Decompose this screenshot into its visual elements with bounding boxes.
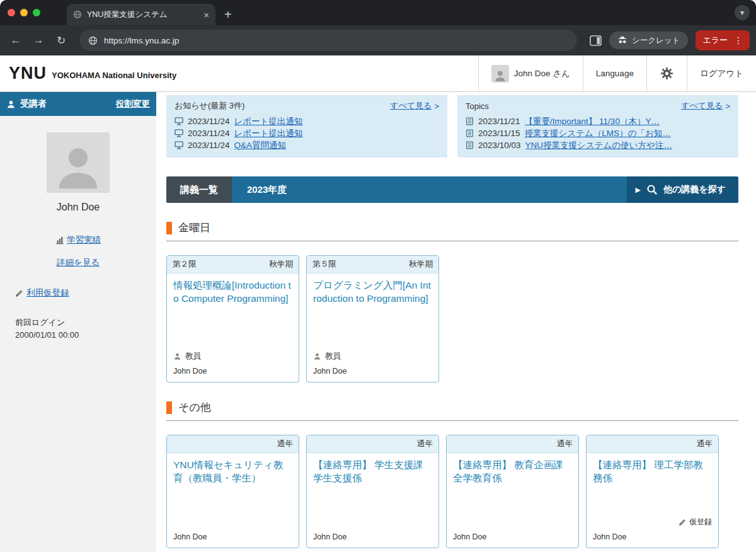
- gear-icon: [660, 66, 674, 81]
- tab-strip: YNU授業支援システム × + ▾: [0, 0, 756, 25]
- section-title: その他: [178, 400, 211, 415]
- forward-button[interactable]: →: [29, 31, 48, 50]
- side-panel-button[interactable]: [586, 35, 605, 46]
- notice-link[interactable]: レポート提出通知: [234, 116, 303, 127]
- logout-button[interactable]: ログアウト: [687, 55, 756, 91]
- language-button[interactable]: Language: [583, 55, 646, 91]
- term-label: 通年: [697, 439, 713, 449]
- monitor-icon: [175, 129, 183, 137]
- bar-chart-icon: [55, 236, 64, 244]
- last-login: 前回ログイン 2000/01/01 00:00: [0, 300, 156, 341]
- tab-close-icon[interactable]: ×: [203, 9, 209, 20]
- course-card: 通年 【連絡専用】 学生支援課学生支援係 John Doe: [306, 435, 439, 548]
- topic-item: 2023/10/03 YNU授業支援システムの使い方や注…: [466, 139, 730, 151]
- teacher-name: John Doe: [313, 367, 432, 376]
- course-bar: 講義一覧 2023年度 ▶ 他の講義を探す: [166, 176, 738, 203]
- teacher-name: John Doe: [453, 532, 572, 541]
- monitor-icon: [175, 117, 183, 125]
- settings-button[interactable]: [646, 55, 687, 91]
- reload-button[interactable]: ↻: [52, 31, 71, 50]
- topics-see-all-link[interactable]: すべて見る >: [681, 100, 730, 112]
- topics-panel: Topics すべて見る > 2023/11/21 【重要/Important】…: [457, 95, 738, 158]
- course-link[interactable]: プログラミング入門[An Introduction to Programming…: [313, 279, 432, 306]
- header-user-name: John Doe さん: [514, 68, 570, 79]
- section-title: 金曜日: [178, 221, 210, 235]
- teacher-name: John Doe: [173, 367, 292, 376]
- browser-tab[interactable]: YNU授業支援システム ×: [67, 4, 215, 25]
- notice-link[interactable]: Q&A質問通知: [234, 140, 287, 151]
- period-label: 第２限: [173, 259, 197, 270]
- browser-toolbar: ← → ↻ https://lms.ynu.ac.jp シークレット エラー ⋮: [0, 25, 756, 55]
- teacher-name: John Doe: [313, 532, 432, 541]
- topics-title: Topics: [466, 101, 489, 111]
- course-card: 第５限 秋学期 プログラミング入門[An Introduction to Pro…: [306, 255, 439, 382]
- notice-item: 2023/11/24 Q&A質問通知: [175, 139, 439, 151]
- find-other-courses-button[interactable]: ▶ 他の講義を探す: [627, 176, 738, 203]
- section-accent: [166, 401, 172, 414]
- tab-title: YNU授業支援システム: [87, 9, 198, 20]
- back-button[interactable]: ←: [6, 31, 25, 50]
- last-login-value: 2000/01/01 00:00: [15, 329, 156, 342]
- teacher-label: 教員: [185, 351, 201, 362]
- section-other: その他 通年 YNU情報セキュリティ教育（教職員・学生） John Doe: [166, 400, 738, 548]
- topic-link[interactable]: 【重要/Important】 11/30（木）Y…: [525, 116, 660, 127]
- chevron-right-icon: >: [725, 101, 730, 111]
- url-text: https://lms.ynu.ac.jp: [104, 36, 179, 45]
- notices-see-all-link[interactable]: すべて見る >: [390, 100, 439, 112]
- section-accent: [166, 222, 172, 234]
- notice-link[interactable]: レポート提出通知: [234, 128, 303, 139]
- course-list-tab[interactable]: 講義一覧: [166, 176, 232, 203]
- role-change-link[interactable]: 役割変更: [116, 98, 150, 110]
- chevron-right-icon: >: [434, 101, 439, 111]
- course-link[interactable]: 【連絡専用】 学生支援課学生支援係: [313, 459, 432, 485]
- learning-record-link[interactable]: 学習実績: [67, 234, 101, 246]
- person-silhouette-icon: [54, 141, 103, 193]
- teacher-label: 教員: [325, 351, 341, 362]
- topic-link[interactable]: YNU授業支援システムの使い方や注…: [525, 140, 672, 151]
- zoom-window-button[interactable]: [33, 9, 40, 16]
- incognito-label: シークレット: [632, 35, 680, 46]
- term-label: 秋学期: [410, 259, 433, 270]
- sidebar-user-name: John Doe: [0, 202, 156, 213]
- last-login-label: 前回ログイン: [15, 316, 156, 329]
- minimize-window-button[interactable]: [20, 9, 28, 16]
- globe-icon: [88, 36, 98, 45]
- page: YNU YOKOHAMA National University John Do…: [0, 55, 756, 552]
- person-icon: [173, 352, 181, 360]
- period-label: 第５限: [312, 259, 336, 270]
- new-tab-button[interactable]: +: [215, 4, 241, 25]
- notice-item: 2023/11/24 レポート提出通知: [175, 115, 439, 127]
- notices-title: お知らせ(最新 3件): [175, 100, 244, 112]
- topic-link[interactable]: 授業支援システム（LMS）の「お知…: [525, 128, 671, 139]
- section-divider: [166, 241, 738, 241]
- provisional-registration-link[interactable]: 利用仮登録: [26, 287, 69, 299]
- user-avatar: [491, 65, 509, 83]
- main-content: お知らせ(最新 3件) すべて見る > 2023/11/24 レポート提出通知: [156, 92, 756, 552]
- term-label: 秋学期: [270, 259, 294, 270]
- course-card: 通年 【連絡専用】 教育企画課全学教育係 John Doe: [446, 435, 579, 548]
- course-link[interactable]: 情報処理概論[Introduction to Computer Programm…: [173, 279, 292, 306]
- term-label: 通年: [557, 439, 573, 449]
- term-label: 通年: [277, 439, 293, 449]
- pencil-icon: [15, 289, 24, 297]
- person-icon: [493, 69, 507, 83]
- term-label: 通年: [417, 439, 433, 449]
- monitor-icon: [175, 141, 183, 149]
- incognito-icon: [617, 35, 627, 45]
- browser-window: YNU授業支援システム × + ▾ ← → ↻ https://lms.ynu.…: [0, 0, 756, 552]
- incognito-badge: シークレット: [609, 32, 688, 49]
- course-link[interactable]: YNU情報セキュリティ教育（教職員・学生）: [173, 459, 292, 485]
- error-menu-button[interactable]: エラー ⋮: [696, 30, 750, 50]
- error-label: エラー: [702, 35, 728, 46]
- list-icon: [466, 141, 474, 149]
- window-chevron-button[interactable]: ▾: [735, 5, 750, 20]
- close-window-button[interactable]: [8, 9, 15, 16]
- person-icon: [6, 100, 16, 109]
- logo-subtitle: YOKOHAMA National University: [52, 71, 176, 80]
- topic-item: 2023/11/15 授業支援システム（LMS）の「お知…: [466, 127, 730, 139]
- role-label: 受講者: [20, 98, 47, 110]
- address-bar[interactable]: https://lms.ynu.ac.jp: [79, 30, 577, 51]
- course-link[interactable]: 【連絡専用】 理工学部教務係: [593, 459, 712, 485]
- course-link[interactable]: 【連絡専用】 教育企画課全学教育係: [453, 459, 572, 485]
- see-details-link[interactable]: 詳細を見る: [57, 258, 100, 267]
